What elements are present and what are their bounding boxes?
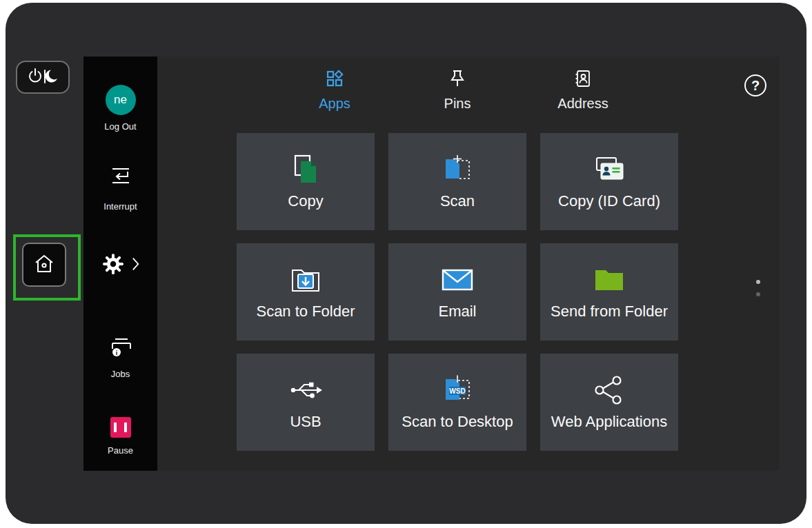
tab-pins[interactable]: Pins xyxy=(416,69,499,112)
app-tile-label: USB xyxy=(290,413,321,431)
web-applications-icon xyxy=(592,374,626,407)
chevron-right-icon xyxy=(131,256,140,275)
app-tile-usb[interactable]: USB xyxy=(237,354,375,451)
app-tile-email[interactable]: Email xyxy=(388,243,526,341)
interrupt-icon xyxy=(109,165,132,189)
app-tile-scan-to-desktop[interactable]: WSD Scan to Desktop xyxy=(388,354,526,451)
app-grid: Copy Scan xyxy=(237,133,678,451)
pause-icon xyxy=(110,417,131,438)
power-sleep-icon xyxy=(27,67,59,88)
app-tile-label: Web Applications xyxy=(551,413,667,431)
app-tile-label: Copy xyxy=(288,192,323,210)
tab-apps-label: Apps xyxy=(319,96,350,112)
interrupt-label: Interrupt xyxy=(103,201,137,212)
app-tile-web-applications[interactable]: Web Applications xyxy=(540,354,678,451)
email-icon xyxy=(439,263,475,296)
wsd-badge: WSD xyxy=(449,387,465,395)
avatar: ne xyxy=(106,85,136,115)
tab-pins-label: Pins xyxy=(444,96,471,112)
sidebar-item-interrupt[interactable]: Interrupt xyxy=(83,165,157,212)
question-mark-icon: ? xyxy=(751,78,760,94)
sidebar-item-settings[interactable] xyxy=(83,252,157,278)
jobs-icon: i xyxy=(109,336,132,361)
power-button[interactable] xyxy=(16,61,70,94)
scan-to-folder-icon xyxy=(287,263,324,296)
send-from-folder-icon xyxy=(591,263,628,296)
tab-address-label: Address xyxy=(557,96,608,112)
app-tile-label: Send from Folder xyxy=(551,303,668,321)
app-tile-scan-to-folder[interactable]: Scan to Folder xyxy=(237,243,375,341)
app-tile-send-from-folder[interactable]: Send from Folder xyxy=(540,243,678,341)
tab-apps[interactable]: Apps xyxy=(293,69,376,112)
app-tile-label: Scan to Folder xyxy=(256,303,355,321)
apps-grid-icon xyxy=(325,69,344,91)
sidebar: ne Log Out xyxy=(83,57,157,471)
scan-icon xyxy=(439,153,475,186)
page-dot[interactable] xyxy=(756,292,760,296)
help-button[interactable]: ? xyxy=(744,74,766,97)
app-tile-label: Copy (ID Card) xyxy=(558,192,660,210)
jobs-label: Jobs xyxy=(111,369,130,379)
page-indicator[interactable] xyxy=(754,280,762,296)
screen: ne Log Out xyxy=(83,57,780,471)
screenshot-root: ne Log Out xyxy=(0,0,812,528)
svg-text:i: i xyxy=(115,349,117,356)
tab-address[interactable]: Address xyxy=(542,69,624,112)
device-bezel: ne Log Out xyxy=(6,3,806,524)
app-tile-label: Scan to Desktop xyxy=(402,413,513,431)
sidebar-item-jobs[interactable]: i Jobs xyxy=(83,336,157,379)
sidebar-item-pause[interactable]: Pause xyxy=(83,417,157,456)
page-dot-active[interactable] xyxy=(756,280,760,284)
app-tile-copy-id-card[interactable]: Copy (ID Card) xyxy=(540,133,678,230)
app-tile-label: Email xyxy=(438,303,476,321)
id-card-icon xyxy=(591,153,628,186)
avatar-initials: ne xyxy=(114,93,127,107)
home-button[interactable] xyxy=(22,243,66,287)
pause-label: Pause xyxy=(108,445,133,456)
gear-icon xyxy=(101,252,125,278)
sidebar-item-logout[interactable]: ne Log Out xyxy=(83,85,157,132)
usb-icon xyxy=(286,374,325,407)
copy-icon xyxy=(288,153,324,186)
pin-icon xyxy=(448,69,466,91)
app-tile-scan[interactable]: Scan xyxy=(388,133,526,230)
app-tile-copy[interactable]: Copy xyxy=(237,133,375,230)
address-book-icon xyxy=(573,69,593,91)
scan-to-desktop-icon: WSD xyxy=(439,374,476,407)
main-content: Apps Pins xyxy=(157,57,780,471)
logout-label: Log Out xyxy=(104,121,136,132)
home-icon xyxy=(32,252,56,278)
app-tile-label: Scan xyxy=(440,192,475,210)
